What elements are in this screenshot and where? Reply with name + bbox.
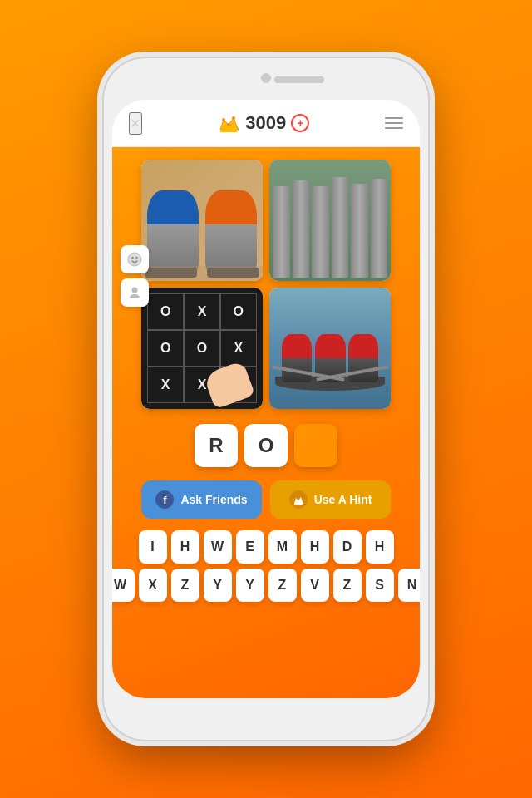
key-Z3[interactable]: Z <box>333 569 362 602</box>
key-Z[interactable]: Z <box>171 569 200 602</box>
side-hints <box>121 245 149 307</box>
svg-point-4 <box>232 116 235 120</box>
svg-point-3 <box>222 118 225 121</box>
answer-slots: R O <box>195 424 337 467</box>
hint-smiley-button[interactable] <box>121 245 149 273</box>
ttt-cell-4: O <box>184 330 220 367</box>
svg-point-7 <box>135 257 137 259</box>
key-I[interactable]: I <box>139 530 167 564</box>
ttt-cell-6: X <box>147 367 184 403</box>
use-hint-button[interactable]: Use A Hint <box>270 480 391 519</box>
keyboard: I H W E M H D H W X Z Y Y Z V Z <box>125 530 407 602</box>
action-buttons: f Ask Friends Use A Hint <box>141 480 391 519</box>
answer-slot-3[interactable] <box>294 424 337 467</box>
ask-friends-label: Ask Friends <box>180 493 247 506</box>
svg-marker-9 <box>294 497 303 504</box>
key-S[interactable]: S <box>366 569 394 602</box>
key-H[interactable]: H <box>171 530 200 564</box>
score-value: 3009 <box>245 112 286 134</box>
phone-speaker <box>274 76 324 83</box>
key-D[interactable]: D <box>333 530 362 564</box>
svg-point-5 <box>128 253 141 266</box>
key-N[interactable]: N <box>398 569 421 602</box>
top-bar: × 3009 + <box>112 100 420 147</box>
image-1 <box>141 160 263 281</box>
ttt-cell-2: O <box>220 293 257 330</box>
answer-slot-2[interactable]: O <box>244 424 288 467</box>
phone-shell: × 3009 + <box>104 58 428 740</box>
ttt-cell-1: X <box>184 293 220 330</box>
svg-rect-10 <box>294 503 303 505</box>
screen: × 3009 + <box>112 100 420 698</box>
key-H3[interactable]: H <box>366 530 394 564</box>
key-Z2[interactable]: Z <box>268 569 297 602</box>
close-button[interactable]: × <box>129 112 142 135</box>
ttt-cell-5: X <box>220 330 257 367</box>
svg-point-2 <box>227 123 230 126</box>
image-2 <box>269 160 391 281</box>
add-score-button[interactable]: + <box>291 114 309 132</box>
keyboard-row-2: W X Z Y Y Z V Z S N <box>125 569 407 602</box>
key-Y[interactable]: Y <box>204 569 232 602</box>
image-3: O X O O O X X X <box>141 288 263 409</box>
keyboard-row-1: I H W E M H D H <box>125 530 407 564</box>
key-X[interactable]: X <box>139 569 167 602</box>
ask-friends-button[interactable]: f Ask Friends <box>141 480 262 519</box>
hint-crown-icon <box>289 490 308 509</box>
svg-point-8 <box>132 288 138 293</box>
game-area: O X O O O X X X <box>112 147 420 698</box>
crown-icon <box>217 111 240 135</box>
key-H2[interactable]: H <box>301 530 329 564</box>
image-4 <box>269 288 391 409</box>
key-M[interactable]: M <box>268 530 297 564</box>
svg-point-6 <box>131 257 133 259</box>
menu-button[interactable] <box>385 117 403 129</box>
image-grid: O X O O O X X X <box>141 160 391 409</box>
key-Y2[interactable]: Y <box>236 569 264 602</box>
smiley-icon <box>127 252 142 267</box>
hint-person-button[interactable] <box>121 278 149 307</box>
svg-rect-1 <box>220 129 237 132</box>
key-E[interactable]: E <box>236 530 264 564</box>
key-W2[interactable]: W <box>112 569 135 602</box>
person-icon <box>127 285 142 300</box>
ttt-cell-0: O <box>147 293 184 330</box>
score-area: 3009 + <box>217 111 309 135</box>
ttt-cell-3: O <box>147 330 184 367</box>
answer-slot-1[interactable]: R <box>195 424 238 467</box>
key-V[interactable]: V <box>301 569 329 602</box>
key-W[interactable]: W <box>204 530 232 564</box>
use-hint-label: Use A Hint <box>314 493 372 506</box>
facebook-icon: f <box>155 490 174 509</box>
